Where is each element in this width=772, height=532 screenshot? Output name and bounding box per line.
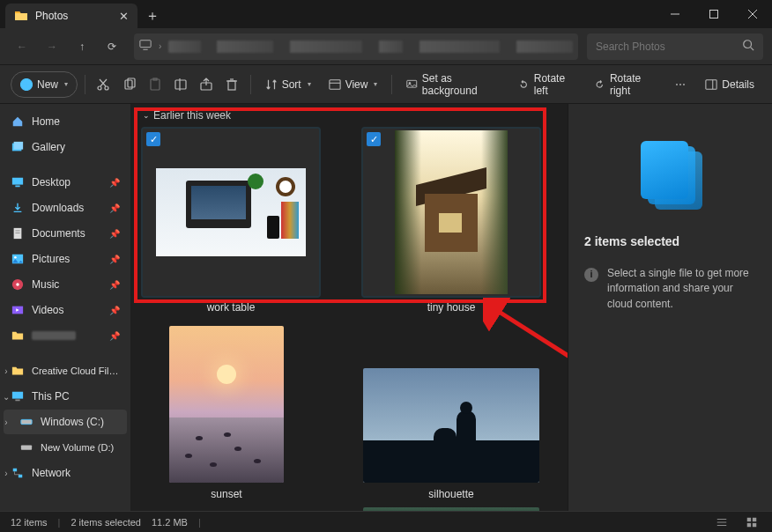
new-tab-button[interactable]: ＋ xyxy=(137,4,167,28)
network-icon xyxy=(11,466,25,480)
thumbnail-image xyxy=(395,130,508,294)
chevron-down-icon: ⌄ xyxy=(2,392,11,402)
photo-tile-silhouette[interactable]: silhouette xyxy=(363,368,539,511)
view-list-button[interactable] xyxy=(712,514,731,530)
refresh-button[interactable]: ⟳ xyxy=(99,33,125,60)
thumbnail[interactable]: ✓ xyxy=(363,129,539,296)
svg-line-7 xyxy=(751,48,754,51)
sidebar-item-home[interactable]: Home xyxy=(4,109,127,134)
close-tab-icon[interactable]: ✕ xyxy=(119,10,129,23)
sidebar-item-this-pc[interactable]: ⌄This PC xyxy=(4,384,127,409)
tab-photos[interactable]: Photos ✕ xyxy=(5,4,137,28)
svg-line-13 xyxy=(100,79,107,86)
caption: silhouette xyxy=(428,483,473,500)
photo-tile-sunset[interactable]: sunset xyxy=(169,326,284,511)
rotate-right-button[interactable]: Rotate right xyxy=(587,71,665,98)
cut-button[interactable] xyxy=(93,72,115,97)
pin-icon: 📌 xyxy=(109,203,120,213)
chevron-down-icon: ▾ xyxy=(374,80,377,88)
maximize-button[interactable] xyxy=(694,0,733,28)
sidebar: Home Gallery Desktop📌 Downloads📌 Documen… xyxy=(0,104,130,511)
photo-tile-work-table[interactable]: ✓ work table xyxy=(143,129,319,314)
pin-icon: 📌 xyxy=(109,178,120,188)
sidebar-item-desktop[interactable]: Desktop📌 xyxy=(4,170,127,195)
svg-rect-19 xyxy=(175,80,186,89)
chevron-right-icon: › xyxy=(159,41,161,51)
tab-title: Photos xyxy=(35,10,112,22)
svg-line-14 xyxy=(100,79,106,86)
rename-button[interactable] xyxy=(169,72,191,97)
videos-icon xyxy=(11,303,25,317)
selected-check-icon: ✓ xyxy=(367,132,381,146)
sidebar-item-network[interactable]: ›Network xyxy=(4,461,127,485)
selected-check-icon: ✓ xyxy=(146,132,160,146)
caption: tiny house xyxy=(427,296,476,314)
svg-rect-43 xyxy=(12,392,23,399)
sidebar-item-creative-cloud[interactable]: ›Creative Cloud Fil… xyxy=(4,358,127,383)
share-button[interactable] xyxy=(195,72,217,97)
svg-rect-48 xyxy=(13,469,17,472)
svg-point-39 xyxy=(14,256,17,259)
sidebar-item-downloads[interactable]: Downloads📌 xyxy=(4,196,127,220)
thumbnail-image-partial[interactable] xyxy=(363,507,539,511)
sidebar-item-windows-c[interactable]: ›Windows (C:) xyxy=(4,410,127,434)
back-button[interactable]: ← xyxy=(9,33,35,60)
details-pane-button[interactable]: Details xyxy=(698,71,761,98)
sort-button[interactable]: Sort▾ xyxy=(258,71,318,98)
svg-rect-32 xyxy=(14,142,24,150)
sidebar-item-pictures[interactable]: Pictures📌 xyxy=(4,247,127,271)
sidebar-item-new-volume-d[interactable]: New Volume (D:) xyxy=(4,435,127,460)
new-button[interactable]: New▾ xyxy=(11,71,78,98)
drive-icon xyxy=(19,415,33,429)
search-box[interactable] xyxy=(587,33,763,60)
sidebar-item-gallery[interactable]: Gallery xyxy=(4,135,127,159)
up-button[interactable]: ↑ xyxy=(69,33,95,60)
search-icon xyxy=(742,39,754,54)
monitor-icon xyxy=(139,39,152,54)
chevron-right-icon: › xyxy=(2,417,11,427)
sidebar-item-music[interactable]: Music📌 xyxy=(4,272,127,297)
svg-rect-54 xyxy=(747,517,751,521)
svg-rect-56 xyxy=(747,522,751,526)
thumbnail-image[interactable] xyxy=(169,326,284,483)
photo-tile-tiny-house[interactable]: ✓ tiny house xyxy=(363,129,539,314)
thumbnail-image[interactable] xyxy=(363,368,539,483)
minimize-button[interactable] xyxy=(656,0,694,28)
svg-rect-25 xyxy=(330,79,340,89)
svg-rect-29 xyxy=(706,79,716,89)
svg-point-11 xyxy=(98,86,101,90)
sidebar-item-documents[interactable]: Documents📌 xyxy=(4,221,127,246)
rotate-left-button[interactable]: Rotate left xyxy=(511,71,583,98)
sidebar-item-redacted[interactable]: 📌 xyxy=(4,323,127,348)
paste-button[interactable] xyxy=(144,72,166,97)
copy-button[interactable] xyxy=(118,72,140,97)
status-selection-count: 2 items selected xyxy=(71,517,140,528)
view-thumbnails-button[interactable] xyxy=(742,514,761,530)
documents-icon xyxy=(11,226,25,240)
thumbnail[interactable]: ✓ xyxy=(143,129,319,296)
folder-icon xyxy=(11,329,25,343)
view-button[interactable]: View▾ xyxy=(322,71,385,98)
drive-icon xyxy=(19,440,33,454)
more-button[interactable]: ⋯ xyxy=(669,72,691,97)
chevron-down-icon: ▾ xyxy=(64,80,68,88)
close-window-button[interactable] xyxy=(733,0,772,28)
details-title: 2 items selected xyxy=(584,234,679,248)
forward-button[interactable]: → xyxy=(39,33,65,60)
music-icon xyxy=(11,277,25,292)
status-bar: 12 items | 2 items selected 11.2 MB | xyxy=(0,511,772,532)
svg-rect-37 xyxy=(15,233,19,233)
chevron-down-icon: ⌄ xyxy=(143,111,150,120)
delete-button[interactable] xyxy=(221,72,243,97)
svg-rect-44 xyxy=(15,400,19,402)
status-item-count: 12 items xyxy=(11,517,48,528)
svg-rect-55 xyxy=(753,517,756,521)
set-background-button[interactable]: Set as background xyxy=(399,71,508,98)
group-header[interactable]: ⌄Earlier this week xyxy=(143,107,555,123)
pin-icon: 📌 xyxy=(109,229,120,239)
search-input[interactable] xyxy=(596,41,735,53)
sidebar-item-videos[interactable]: Videos📌 xyxy=(4,298,127,322)
svg-rect-33 xyxy=(12,178,23,185)
info-icon: i xyxy=(584,268,598,282)
breadcrumb[interactable]: › xyxy=(134,33,578,60)
